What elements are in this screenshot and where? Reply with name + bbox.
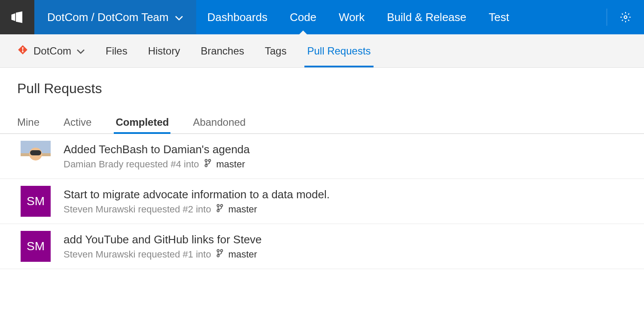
pr-requester-text: Damian Brady requested #4 into	[64, 159, 199, 170]
tab-completed[interactable]: Completed	[115, 116, 169, 133]
gear-icon	[620, 12, 631, 23]
subnav-history[interactable]: History	[148, 34, 180, 67]
nav-label: Dashboards	[207, 11, 267, 24]
pull-request-row[interactable]: SM Start to migrate advocate information…	[0, 179, 644, 224]
tab-label: Active	[64, 116, 91, 128]
user-avatar	[21, 141, 51, 172]
tab-label: Abandoned	[193, 116, 246, 128]
tab-label: Mine	[17, 116, 39, 128]
top-navigation: DotCom / DotCom Team Dashboards Code Wor…	[0, 0, 644, 34]
svg-point-10	[217, 249, 219, 251]
branch-icon	[216, 204, 224, 215]
tab-label: Completed	[115, 116, 169, 128]
filter-tabs: Mine Active Completed Abandoned	[0, 116, 644, 134]
svg-point-0	[624, 16, 627, 19]
subnav-label: Pull Requests	[307, 45, 371, 57]
svg-point-5	[208, 159, 210, 161]
git-repo-icon	[17, 44, 28, 58]
avatar-initials: SM	[27, 239, 45, 253]
nav-test[interactable]: Test	[477, 0, 520, 34]
sub-navigation: DotCom Files History Branches Tags Pull …	[0, 34, 644, 68]
settings-button[interactable]	[607, 0, 644, 34]
pr-requester-text: Steven Murawski requested #1 into	[64, 249, 211, 260]
nav-label: Test	[489, 11, 509, 24]
project-selector[interactable]: DotCom / DotCom Team	[34, 0, 196, 34]
svg-point-8	[220, 204, 222, 206]
pr-meta: Damian Brady requested #4 into master	[64, 159, 623, 170]
nav-label: Work	[339, 11, 365, 24]
tab-mine[interactable]: Mine	[17, 116, 39, 133]
tab-abandoned[interactable]: Abandoned	[193, 116, 246, 133]
pr-title: Start to migrate advocate information to…	[64, 188, 623, 201]
nav-dashboards[interactable]: Dashboards	[196, 0, 279, 34]
nav-label: Code	[290, 11, 316, 24]
chevron-down-icon	[76, 45, 85, 57]
content-area: Pull Requests Mine Active Completed Aban…	[0, 68, 644, 282]
svg-point-12	[217, 254, 219, 257]
svg-point-7	[217, 204, 219, 206]
subnav-label: History	[148, 45, 180, 57]
subnav-pull-requests[interactable]: Pull Requests	[307, 34, 371, 67]
svg-point-4	[205, 159, 207, 161]
user-avatar: SM	[21, 231, 51, 262]
pr-info: add YouTube and GitHub links for Steve S…	[64, 233, 623, 260]
project-breadcrumb: DotCom / DotCom Team	[47, 11, 169, 24]
pr-branch: master	[228, 204, 257, 215]
subnav-label: Branches	[200, 45, 244, 57]
avatar-initials: SM	[27, 194, 45, 208]
page-title: Pull Requests	[17, 81, 627, 97]
branch-icon	[204, 159, 212, 170]
nav-work[interactable]: Work	[328, 0, 376, 34]
svg-point-9	[217, 209, 219, 212]
pull-request-row[interactable]: SM add YouTube and GitHub links for Stev…	[0, 224, 644, 269]
pr-branch: master	[216, 159, 245, 170]
branch-icon	[216, 249, 224, 260]
pr-title: add YouTube and GitHub links for Steve	[64, 233, 623, 246]
nav-code[interactable]: Code	[279, 0, 328, 34]
pr-title: Added TechBash to Damian's agenda	[64, 143, 623, 156]
chevron-down-icon	[175, 11, 183, 24]
pr-info: Added TechBash to Damian's agenda Damian…	[64, 143, 623, 170]
pr-info: Start to migrate advocate information to…	[64, 188, 623, 215]
nav-items: Dashboards Code Work Build & Release Tes…	[196, 0, 607, 34]
subnav-branches[interactable]: Branches	[200, 34, 244, 67]
pr-branch: master	[228, 249, 257, 260]
subnav-label: Files	[106, 45, 128, 57]
vsts-logo-icon	[9, 9, 25, 25]
repo-selector[interactable]: DotCom	[17, 44, 85, 58]
subnav-files[interactable]: Files	[106, 34, 128, 67]
nav-label: Build & Release	[387, 11, 466, 24]
vsts-logo[interactable]	[0, 0, 34, 34]
subnav-tags[interactable]: Tags	[265, 34, 287, 67]
repo-name: DotCom	[33, 45, 71, 57]
tab-active[interactable]: Active	[64, 116, 91, 133]
nav-build-release[interactable]: Build & Release	[376, 0, 477, 34]
user-avatar: SM	[21, 186, 51, 217]
svg-point-6	[205, 164, 207, 167]
pr-meta: Steven Murawski requested #2 into master	[64, 204, 623, 215]
pull-request-list: Added TechBash to Damian's agenda Damian…	[0, 134, 644, 269]
pull-request-row[interactable]: Added TechBash to Damian's agenda Damian…	[0, 134, 644, 179]
pr-meta: Steven Murawski requested #1 into master	[64, 249, 623, 260]
subnav-label: Tags	[265, 45, 287, 57]
pr-requester-text: Steven Murawski requested #2 into	[64, 204, 211, 215]
svg-point-11	[220, 249, 222, 251]
